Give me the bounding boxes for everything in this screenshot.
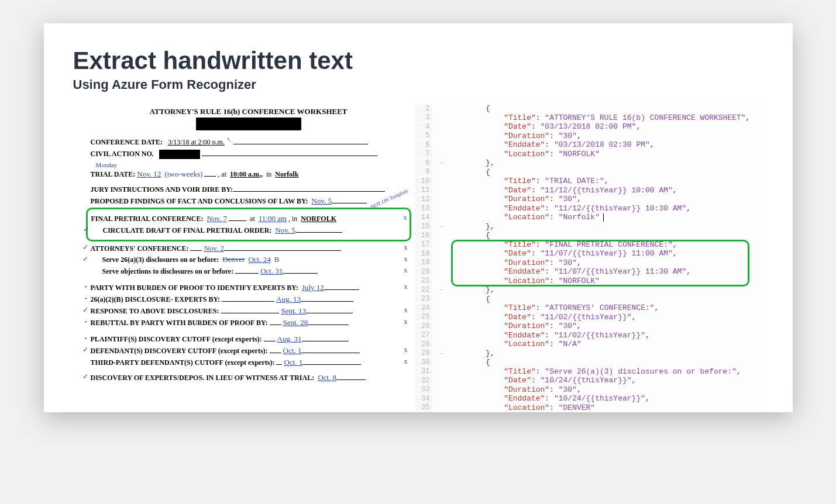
- code-line[interactable]: 6 "Enddate": "03/13/2018 02:30 PM",: [415, 140, 763, 150]
- code-line[interactable]: 35 "Location": "DENVER": [415, 403, 763, 413]
- code-line[interactable]: 2 {: [415, 104, 763, 113]
- x-mark: x: [404, 283, 408, 291]
- code-line[interactable]: 11 "Date": "11/12/{{thisYear}} 10:00 AM"…: [415, 186, 763, 195]
- circulate-row: CIRCULATE DRAFT OF FINAL PRETRIAL ORDER:…: [91, 226, 406, 235]
- final-time: 11:00 am: [259, 214, 287, 223]
- def-label: DEFENDANT(S) DISCOVERY CUTOFF (except ex…: [91, 347, 268, 355]
- prop-label: PROPOSED FINDINGS OF FACT AND CONCLUSION…: [91, 197, 308, 205]
- code-line[interactable]: 25 "Date": "11/02/{{thisYear}}",: [415, 313, 763, 322]
- code-line[interactable]: 23 {: [415, 295, 763, 304]
- x-mark: x: [404, 214, 407, 222]
- rebut-value: Sept. 28: [283, 318, 308, 327]
- x-mark: x: [404, 346, 408, 354]
- disc-b-label: 26(a)(2)(B) DISCLOSURE- EXPERTS BY:: [91, 295, 221, 303]
- plaint-value: Aug. 31: [277, 334, 302, 343]
- serve-b-label: Serve objections to disclosures on or be…: [102, 267, 234, 275]
- circ-label: CIRCULATE DRAFT OF FINAL PRETRIAL ORDER:: [103, 226, 272, 234]
- code-line[interactable]: 8– },: [415, 158, 763, 168]
- serve-a-value: Oct. 24: [248, 255, 270, 264]
- final-loc: NORFOLK: [301, 215, 336, 223]
- code-line[interactable]: 18 "Date": "11/07/{{thisYear}} 11:00 AM"…: [415, 249, 763, 258]
- proposed-row: PROPOSED FINDINGS OF FACT AND CONCLUSION…: [91, 196, 407, 206]
- civil-label: CIVIL ACTION NO.: [91, 150, 154, 158]
- depo-label: DISCOVERY OF EXPERTS/DEPOS. IN LIEU OF W…: [91, 374, 315, 382]
- code-line[interactable]: 31 "Title": "Serve 26(a)(3) disclosures …: [415, 367, 763, 377]
- x-mark: x: [404, 267, 408, 275]
- code-line[interactable]: 27 "Enddate": "11/02/{{thisYear}}",: [415, 331, 763, 340]
- code-line[interactable]: 19 "Duration": "30",: [415, 258, 763, 268]
- resp-label: RESPONSE TO ABOVE DISCLOSURES:: [91, 307, 219, 315]
- slide-card: Extract handwritten text Using Azure For…: [44, 23, 793, 412]
- code-line[interactable]: 28 "Location": "N/A": [415, 340, 763, 349]
- code-line[interactable]: 16 {: [415, 231, 763, 240]
- page-title: Extract handwritten text: [73, 47, 763, 75]
- b-mark: B: [274, 255, 280, 264]
- jury-label: JURY INSTRUCTIONS AND VOIR DIRE BY:: [91, 185, 233, 194]
- att-conf-label: ATTORNEYS' CONFERENCE:: [91, 244, 189, 253]
- code-line[interactable]: 4 "Date": "03/13/2018 02:00 PM",: [415, 122, 763, 132]
- plaint-label: PLAINTIFF(S) DISCOVERY CUTOFF (except ex…: [91, 335, 262, 343]
- final-pretrial-row: FINAL PRETRIAL CONFERENCE: Nov. 7 at 11:…: [91, 214, 406, 223]
- x-mark: x: [404, 244, 408, 252]
- final-label: FINAL PRETRIAL CONFERENCE:: [91, 215, 204, 223]
- code-line[interactable]: 10 "Title": "TRIAL DATE:",: [415, 177, 763, 186]
- code-line[interactable]: 3 "Title": "ATTORNEY'S RULE 16(b) CONFER…: [415, 113, 763, 123]
- serve-b-value: Oct. 31: [260, 267, 283, 275]
- code-line[interactable]: 14 "Location": "Norfolk": [415, 213, 763, 222]
- third-label: THIRD-PARTY DEFENDANT(S) CUTOFF (except …: [91, 358, 275, 367]
- code-line[interactable]: 34 "Enddate": "10/24/{{thisYear}}",: [415, 394, 763, 403]
- serve-a-row: Serve 26(a)(3) disclosures on or before:…: [91, 256, 407, 264]
- code-line[interactable]: 29– },: [415, 349, 763, 358]
- code-line[interactable]: 17 "Title": "FINAL PRETRIAL CONFERENCE:"…: [415, 240, 763, 250]
- form-document: ATTORNEY'S RULE 16(b) CONFERENCE WORKSHE…: [73, 104, 412, 412]
- trial-date: Nov. 12: [137, 170, 161, 178]
- content-panes: ATTORNEY'S RULE 16(b) CONFERENCE WORKSHE…: [73, 104, 763, 412]
- x-mark: x: [404, 318, 408, 326]
- depo-value: Oct. 8: [318, 373, 336, 382]
- code-line[interactable]: 5 "Duration": "30",: [415, 132, 763, 141]
- code-editor[interactable]: 2 {3 "Title": "ATTORNEY'S RULE 16(b) CON…: [415, 104, 763, 412]
- party-value: July 12: [302, 283, 324, 292]
- code-line[interactable]: 13 "Enddate": "11/12/{{thisYear}} 10:30 …: [415, 204, 763, 213]
- code-line[interactable]: 20 "Enddate": "11/07/{{thisYear}} 11:30 …: [415, 267, 763, 277]
- trial-time: 10:00 a.m.,: [230, 170, 263, 178]
- conf-date-label: CONFERENCE DATE:: [91, 138, 163, 146]
- third-value: Oct. 1: [284, 358, 302, 367]
- text-cursor-icon: [603, 213, 604, 222]
- defendant-cutoff-row: DEFENDANT(S) DISCOVERY CUTOFF (except ex…: [91, 346, 407, 355]
- code-line[interactable]: 32 "Date": "10/24/{{thisYear}}",: [415, 376, 763, 385]
- disclosure-experts-row: 26(a)(2)(B) DISCLOSURE- EXPERTS BY: Aug.…: [91, 295, 407, 304]
- serve-a-strike: Denver: [222, 255, 245, 264]
- monday-note: Monday: [91, 161, 407, 170]
- trial-label: TRIAL DATE:: [91, 170, 136, 178]
- page-subtitle: Using Azure Form Recognizer: [73, 77, 763, 92]
- redacted-header: [196, 118, 301, 130]
- attorneys-conf-row: ATTORNEYS' CONFERENCE: Nov. 2 x: [91, 244, 407, 253]
- trial-date-row: TRIAL DATE: Nov. 12 (two-weeks) , at 10:…: [91, 170, 407, 179]
- trial-loc: Norfolk: [275, 170, 298, 178]
- code-line[interactable]: 7 "Location": "NORFOLK": [415, 150, 763, 159]
- rebut-label: REBUTTAL BY PARTY WITH BURDEN OF PROOF B…: [91, 319, 268, 327]
- code-line[interactable]: 30 {: [415, 358, 763, 367]
- two-weeks: (two-weeks): [164, 170, 202, 178]
- highlighted-form-section: FINAL PRETRIAL CONFERENCE: Nov. 7 at 11:…: [86, 208, 411, 241]
- third-party-cutoff-row: THIRD-PARTY DEFENDANT(S) CUTOFF (except …: [91, 358, 407, 367]
- plaintiff-cutoff-row: PLAINTIFF(S) DISCOVERY CUTOFF (except ex…: [91, 334, 407, 344]
- redacted-civil: [159, 150, 200, 159]
- form-title: ATTORNEY'S RULE 16(b) CONFERENCE WORKSHE…: [91, 108, 407, 116]
- code-line[interactable]: 24 "Title": "ATTORNEYS' CONFERENCE:",: [415, 303, 763, 313]
- rebuttal-row: REBUTTAL BY PARTY WITH BURDEN OF PROOF B…: [91, 318, 407, 327]
- code-line[interactable]: 22– },: [415, 285, 763, 295]
- conf-date-value: 3/13/18 at 2:00 p.m.: [168, 138, 225, 146]
- code-line[interactable]: 15– },: [415, 222, 763, 232]
- x-mark: x: [404, 306, 408, 315]
- code-line[interactable]: 33 "Duration": "30",: [415, 385, 763, 395]
- code-line[interactable]: 26 "Duration": "30",: [415, 322, 763, 331]
- party-label: PARTY WITH BURDEN OF PROOF TO IDENTIFY E…: [91, 284, 298, 292]
- x-mark: x: [404, 256, 408, 264]
- jury-row: JURY INSTRUCTIONS AND VOIR DIRE BY:: [91, 185, 407, 194]
- code-line[interactable]: 21 "Location": "NORFOLK": [415, 277, 763, 286]
- code-line[interactable]: 12 "Duration": "30",: [415, 195, 763, 204]
- code-line[interactable]: 9 {: [415, 168, 763, 177]
- prop-value: Nov. 5: [312, 196, 332, 205]
